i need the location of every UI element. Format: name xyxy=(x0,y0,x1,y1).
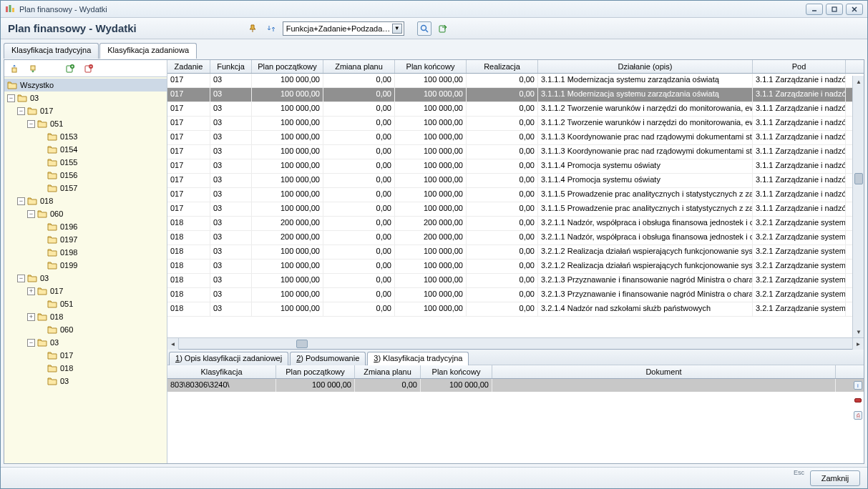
table-row[interactable]: 01803100 000,000,00100 000,000,003.2.1.2… xyxy=(167,245,864,260)
table-row[interactable]: 803\80306\3240\100 000,000,00100 000,00 xyxy=(167,379,864,392)
minimize-button[interactable] xyxy=(806,4,823,15)
expander-icon[interactable]: − xyxy=(17,107,25,115)
expander-icon[interactable]: − xyxy=(27,339,35,347)
tree-node[interactable]: −017 xyxy=(4,104,167,117)
scroll-down-icon[interactable]: ▼ xyxy=(853,326,864,337)
column-header[interactable]: Plan początkowy xyxy=(276,365,355,378)
cell: 100 000,00 xyxy=(252,131,323,144)
marker-icon[interactable] xyxy=(854,398,862,402)
tree-label: 017 xyxy=(40,107,53,115)
tree-node[interactable]: −060 xyxy=(4,207,167,220)
table-row[interactable]: 01803100 000,000,00100 000,000,003.2.1.4… xyxy=(167,302,864,317)
column-header[interactable]: Realizacja xyxy=(467,60,538,73)
tab-klasyfikacja-zadaniowa[interactable]: Klasyfikacja zadaniowa xyxy=(99,43,197,59)
add-node-icon[interactable] xyxy=(63,61,77,76)
tree-node[interactable]: 0156 xyxy=(4,169,167,182)
table-row[interactable]: 01803100 000,000,00100 000,000,003.2.1.2… xyxy=(167,260,864,274)
expander-icon[interactable]: + xyxy=(27,287,35,295)
tree-node[interactable]: 017 xyxy=(4,349,167,362)
export-icon[interactable] xyxy=(436,21,450,36)
column-header[interactable]: Działanie (opis) xyxy=(538,60,753,73)
tree-node[interactable]: 03 xyxy=(4,375,167,387)
table-row[interactable]: 01703100 000,000,00100 000,000,003.1.1.1… xyxy=(167,74,864,88)
tree-node[interactable]: −03 xyxy=(4,92,167,104)
scroll-left-icon[interactable]: ◄ xyxy=(167,338,179,350)
detail-body[interactable]: 803\80306\3240\100 000,000,00100 000,00 xyxy=(167,379,864,463)
horizontal-scrollbar[interactable]: ◄ ► xyxy=(167,337,864,349)
column-header[interactable]: Plan końcowy xyxy=(421,365,492,378)
column-header[interactable]: Funkcja xyxy=(210,60,252,73)
table-row[interactable]: 01703100 000,000,00100 000,000,003.1.1.2… xyxy=(167,102,864,117)
table-row[interactable]: 01703100 000,000,00100 000,000,003.1.1.4… xyxy=(167,159,864,174)
tree-node[interactable]: 0196 xyxy=(4,220,167,233)
close-button[interactable]: Zamknij xyxy=(810,470,860,486)
table-row[interactable]: 01703100 000,000,00100 000,000,003.1.1.3… xyxy=(167,131,864,145)
tree-node[interactable]: 0155 xyxy=(4,156,167,169)
scroll-right-icon[interactable]: ► xyxy=(852,338,864,350)
tree-node[interactable]: 0153 xyxy=(4,130,167,143)
table-row[interactable]: 01803200 000,000,00200 000,000,003.2.1.1… xyxy=(167,231,864,245)
tree-node[interactable]: +017 xyxy=(4,285,167,297)
tab-klasyfikacja-tradycyjna[interactable]: Klasyfikacja tradycyjna xyxy=(4,43,99,59)
scroll-up-icon[interactable]: ▲ xyxy=(853,76,864,87)
column-header[interactable]: Zmiana planu xyxy=(323,60,395,73)
hscroll-thumb[interactable] xyxy=(296,340,308,348)
print-icon[interactable]: ⎙ xyxy=(854,411,862,420)
detail-tab-klasyfikacja-tradycyjna[interactable]: 3) Klasyfikacja tradycyjna xyxy=(367,352,469,365)
grid-body[interactable]: 01703100 000,000,00100 000,000,003.1.1.1… xyxy=(167,74,864,337)
tree-node[interactable]: 0197 xyxy=(4,233,167,246)
table-row[interactable]: 01803100 000,000,00100 000,000,003.2.1.3… xyxy=(167,274,864,288)
expander-icon[interactable]: − xyxy=(27,120,35,128)
expander-icon[interactable]: − xyxy=(17,197,25,205)
tree-node[interactable]: 060 xyxy=(4,323,167,336)
vertical-scrollbar[interactable]: ▲ ▼ xyxy=(852,76,864,337)
close-window-button[interactable] xyxy=(846,4,863,15)
tree-node[interactable]: 0198 xyxy=(4,246,167,259)
column-header[interactable]: Dokument xyxy=(492,365,836,378)
detail-tab-podsumowanie[interactable]: 2) Podsumowanie xyxy=(290,352,366,365)
tree-node[interactable]: −018 xyxy=(4,194,167,207)
tree[interactable]: Wszystko−03−017−05101530154015501560157−… xyxy=(4,77,167,463)
table-row[interactable]: 01703100 000,000,00100 000,000,003.1.1.3… xyxy=(167,145,864,159)
column-header[interactable]: Zmiana planu xyxy=(355,365,421,378)
tree-node[interactable]: −051 xyxy=(4,117,167,130)
app-window: Plan finansowy - Wydatki Plan finansowy … xyxy=(0,0,868,489)
pin-icon[interactable] xyxy=(245,21,260,36)
table-row[interactable]: 01703100 000,000,00100 000,000,003.1.1.4… xyxy=(167,174,864,188)
table-row[interactable]: 01803100 000,000,00100 000,000,003.2.1.3… xyxy=(167,288,864,302)
expander-icon[interactable]: − xyxy=(7,94,15,102)
table-row[interactable]: 01703100 000,000,00100 000,000,003.1.1.1… xyxy=(167,88,864,102)
expand-all-icon[interactable] xyxy=(7,61,21,76)
remove-node-icon[interactable] xyxy=(82,61,96,76)
expander-icon[interactable]: − xyxy=(17,275,25,282)
tree-node[interactable]: −03 xyxy=(4,336,167,349)
tree-node[interactable]: 0157 xyxy=(4,182,167,194)
column-header[interactable]: Plan końcowy xyxy=(395,60,467,73)
tree-node[interactable]: +018 xyxy=(4,310,167,323)
tree-node[interactable]: −03 xyxy=(4,272,167,285)
cell: 018 xyxy=(167,302,210,316)
tree-root[interactable]: Wszystko xyxy=(4,79,167,92)
table-row[interactable]: 01703100 000,000,00100 000,000,003.1.1.5… xyxy=(167,188,864,202)
tree-node[interactable]: 0199 xyxy=(4,259,167,272)
table-row[interactable]: 01703100 000,000,00100 000,000,003.1.1.2… xyxy=(167,117,864,131)
detail-tab-opis[interactable]: 1) Opis klasyfikacji zadaniowej xyxy=(169,352,288,365)
sort-icon[interactable] xyxy=(264,21,278,36)
column-header[interactable]: Pod xyxy=(753,60,846,73)
info-icon[interactable]: i xyxy=(854,381,862,390)
column-header[interactable]: Plan początkowy xyxy=(252,60,323,73)
expander-icon[interactable]: − xyxy=(27,210,35,218)
grouping-dropdown[interactable]: Funkcja+Zadanie+Podzadanie+D ▼ xyxy=(283,21,404,36)
scroll-thumb[interactable] xyxy=(854,173,863,184)
tree-node[interactable]: 0154 xyxy=(4,143,167,156)
tree-node[interactable]: 018 xyxy=(4,362,167,375)
table-row[interactable]: 01703100 000,000,00100 000,000,003.1.1.5… xyxy=(167,202,864,217)
search-icon[interactable] xyxy=(417,21,431,36)
tree-node[interactable]: 051 xyxy=(4,297,167,310)
maximize-button[interactable] xyxy=(826,4,843,15)
expander-icon[interactable]: + xyxy=(27,313,35,321)
column-header[interactable]: Klasyfikacja xyxy=(167,365,276,378)
table-row[interactable]: 01803200 000,000,00200 000,000,003.2.1.1… xyxy=(167,217,864,231)
column-header[interactable]: Zadanie xyxy=(167,60,210,73)
collapse-all-icon[interactable] xyxy=(26,61,40,76)
